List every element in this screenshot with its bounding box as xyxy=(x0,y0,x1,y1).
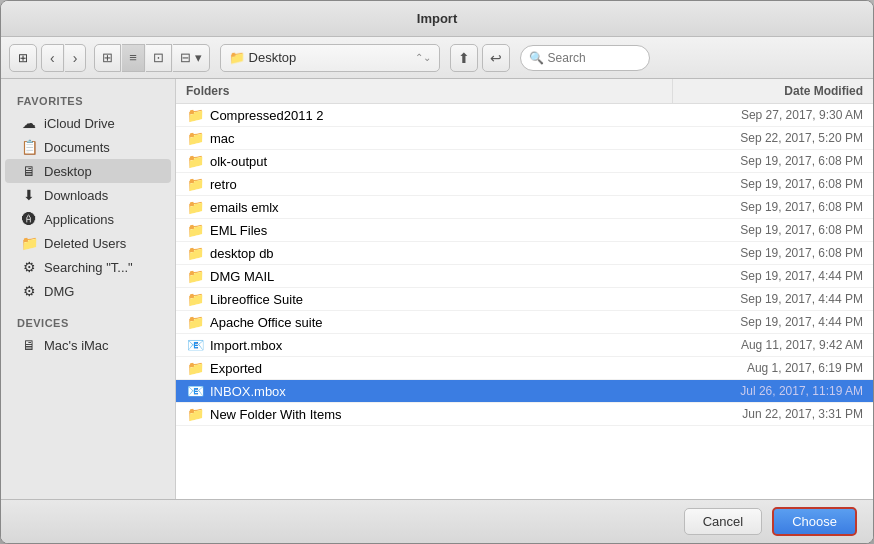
devices-section-label: Devices xyxy=(1,311,175,333)
favorites-section-label: Favorites xyxy=(1,89,175,111)
back-button[interactable]: ‹ xyxy=(41,44,64,72)
sidebar-item-label: iCloud Drive xyxy=(44,116,115,131)
file-date-label: Sep 19, 2017, 6:08 PM xyxy=(663,246,863,260)
sidebar-item-label: Downloads xyxy=(44,188,108,203)
file-name-label: retro xyxy=(210,177,237,192)
toolbar: ⊞ ‹ › ⊞ ≡ ⊡ ⊟ ▾ 📁 Desktop ⌃⌄ ⬆ ↩ 🔍 xyxy=(1,37,873,79)
bottom-bar: Cancel Choose xyxy=(1,499,873,543)
folder-icon: 📁 xyxy=(186,314,204,330)
nav-buttons: ‹ › xyxy=(41,44,86,72)
sidebar: Favorites ☁ iCloud Drive 📋 Documents 🖥 D… xyxy=(1,79,176,499)
choose-button[interactable]: Choose xyxy=(772,507,857,536)
table-row[interactable]: 📁emails emlxSep 19, 2017, 6:08 PM xyxy=(176,196,873,219)
sidebar-toggle-button[interactable]: ⊞ xyxy=(9,44,37,72)
cancel-button[interactable]: Cancel xyxy=(684,508,762,535)
search-box[interactable]: 🔍 xyxy=(520,45,650,71)
folder-icon: 📁 xyxy=(186,406,204,422)
file-name-label: Compressed2011 2 xyxy=(210,108,323,123)
share-button[interactable]: ⬆ xyxy=(450,44,478,72)
main-content: Favorites ☁ iCloud Drive 📋 Documents 🖥 D… xyxy=(1,79,873,499)
search-input[interactable] xyxy=(548,51,638,65)
table-row[interactable]: 📁ExportedAug 1, 2017, 6:19 PM xyxy=(176,357,873,380)
file-name-label: Apache Office suite xyxy=(210,315,323,330)
dmg-icon: ⚙ xyxy=(21,283,37,299)
table-row[interactable]: 📁DMG MAILSep 19, 2017, 4:44 PM xyxy=(176,265,873,288)
forward-button[interactable]: › xyxy=(65,44,87,72)
sidebar-item-icloud-drive[interactable]: ☁ iCloud Drive xyxy=(5,111,171,135)
file-date-label: Sep 19, 2017, 6:08 PM xyxy=(663,177,863,191)
file-name-label: DMG MAIL xyxy=(210,269,274,284)
sidebar-item-label: Mac's iMac xyxy=(44,338,109,353)
file-name-label: desktop db xyxy=(210,246,274,261)
sidebar-item-downloads[interactable]: ⬇ Downloads xyxy=(5,183,171,207)
list-view-button[interactable]: ≡ xyxy=(122,44,145,72)
table-row[interactable]: 📁olk-outputSep 19, 2017, 6:08 PM xyxy=(176,150,873,173)
folder-icon: 📁 xyxy=(186,222,204,238)
table-row[interactable]: 📁EML FilesSep 19, 2017, 6:08 PM xyxy=(176,219,873,242)
current-location: Desktop xyxy=(249,50,411,65)
file-date-label: Aug 1, 2017, 6:19 PM xyxy=(663,361,863,375)
file-date-label: Sep 27, 2017, 9:30 AM xyxy=(663,108,863,122)
file-date-label: Sep 19, 2017, 6:08 PM xyxy=(663,200,863,214)
applications-icon: 🅐 xyxy=(21,211,37,227)
mbox-file-icon: 📧 xyxy=(186,337,204,353)
table-row[interactable]: 📁Compressed2011 2Sep 27, 2017, 9:30 AM xyxy=(176,104,873,127)
file-name-label: EML Files xyxy=(210,223,267,238)
file-date-label: Jun 22, 2017, 3:31 PM xyxy=(663,407,863,421)
view-mode-buttons: ⊞ ≡ ⊡ ⊟ ▾ xyxy=(94,44,209,72)
sidebar-item-searching[interactable]: ⚙ Searching "T..." xyxy=(5,255,171,279)
documents-icon: 📋 xyxy=(21,139,37,155)
icloud-icon: ☁ xyxy=(21,115,37,131)
deleted-users-icon: 📁 xyxy=(21,235,37,251)
dialog-title: Import xyxy=(417,11,457,26)
file-area: Folders Date Modified 📁Compressed2011 2S… xyxy=(176,79,873,499)
location-bar[interactable]: 📁 Desktop ⌃⌄ xyxy=(220,44,440,72)
table-row[interactable]: 📁Libreoffice SuiteSep 19, 2017, 4:44 PM xyxy=(176,288,873,311)
import-dialog: Import ⊞ ‹ › ⊞ ≡ ⊡ ⊟ ▾ 📁 Desktop ⌃⌄ ⬆ ↩ … xyxy=(0,0,874,544)
file-name-label: INBOX.mbox xyxy=(210,384,286,399)
folder-icon: 📁 xyxy=(186,153,204,169)
sidebar-item-deleted-users[interactable]: 📁 Deleted Users xyxy=(5,231,171,255)
action-button[interactable]: ↩ xyxy=(482,44,510,72)
folder-icon: 📁 xyxy=(186,199,204,215)
column-view-button[interactable]: ⊡ xyxy=(146,44,172,72)
title-bar: Import xyxy=(1,1,873,37)
file-list-header: Folders Date Modified xyxy=(176,79,873,104)
folder-icon: 📁 xyxy=(186,268,204,284)
file-list[interactable]: 📁Compressed2011 2Sep 27, 2017, 9:30 AM📁m… xyxy=(176,104,873,499)
file-name-label: mac xyxy=(210,131,235,146)
folder-icon: 📁 xyxy=(186,130,204,146)
icon-view-button[interactable]: ⊞ xyxy=(94,44,121,72)
table-row[interactable]: 📁New Folder With ItemsJun 22, 2017, 3:31… xyxy=(176,403,873,426)
folder-icon: 📁 xyxy=(229,50,245,65)
sidebar-item-dmg[interactable]: ⚙ DMG xyxy=(5,279,171,303)
date-column-header[interactable]: Date Modified xyxy=(673,79,873,103)
sidebar-item-label: Documents xyxy=(44,140,110,155)
folder-icon: 📁 xyxy=(186,176,204,192)
file-date-label: Aug 11, 2017, 9:42 AM xyxy=(663,338,863,352)
table-row[interactable]: 📁macSep 22, 2017, 5:20 PM xyxy=(176,127,873,150)
mbox-file-icon: 📧 xyxy=(186,383,204,399)
sidebar-item-documents[interactable]: 📋 Documents xyxy=(5,135,171,159)
folder-icon: 📁 xyxy=(186,360,204,376)
sidebar-item-macs-imac[interactable]: 🖥 Mac's iMac xyxy=(5,333,171,357)
table-row[interactable]: 📧INBOX.mboxJul 26, 2017, 11:19 AM xyxy=(176,380,873,403)
sidebar-item-label: DMG xyxy=(44,284,74,299)
coverflow-view-button[interactable]: ⊟ ▾ xyxy=(173,44,210,72)
sidebar-item-label: Deleted Users xyxy=(44,236,126,251)
sidebar-item-desktop[interactable]: 🖥 Desktop xyxy=(5,159,171,183)
table-row[interactable]: 📧Import.mboxAug 11, 2017, 9:42 AM xyxy=(176,334,873,357)
table-row[interactable]: 📁Apache Office suiteSep 19, 2017, 4:44 P… xyxy=(176,311,873,334)
sidebar-item-label: Searching "T..." xyxy=(44,260,133,275)
file-date-label: Jul 26, 2017, 11:19 AM xyxy=(663,384,863,398)
file-date-label: Sep 19, 2017, 4:44 PM xyxy=(663,292,863,306)
file-name-label: New Folder With Items xyxy=(210,407,341,422)
folders-column-header[interactable]: Folders xyxy=(176,79,673,103)
table-row[interactable]: 📁retroSep 19, 2017, 6:08 PM xyxy=(176,173,873,196)
imac-icon: 🖥 xyxy=(21,337,37,353)
folder-icon: 📁 xyxy=(186,291,204,307)
file-name-label: olk-output xyxy=(210,154,267,169)
sidebar-item-label: Applications xyxy=(44,212,114,227)
table-row[interactable]: 📁desktop dbSep 19, 2017, 6:08 PM xyxy=(176,242,873,265)
sidebar-item-applications[interactable]: 🅐 Applications xyxy=(5,207,171,231)
